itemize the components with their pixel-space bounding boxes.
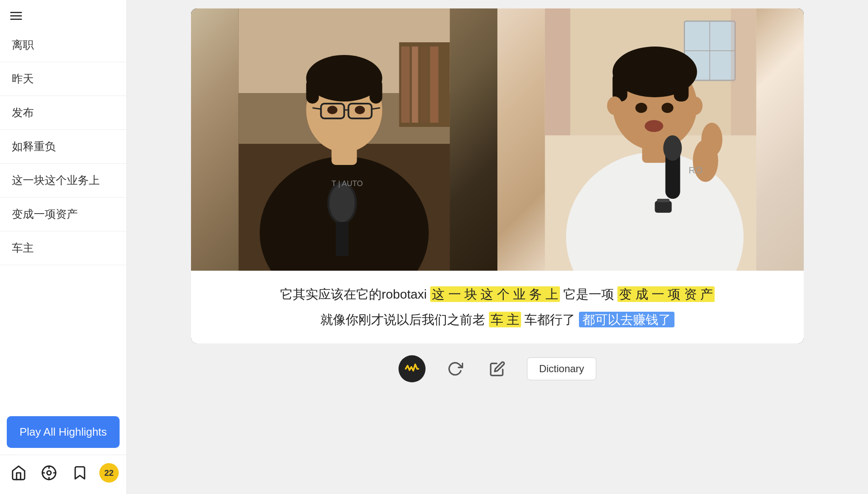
svg-text:T | AUTO: T | AUTO [332, 179, 363, 188]
home-nav-button[interactable] [8, 462, 30, 484]
svg-rect-19 [370, 78, 382, 104]
subtitle-line-1: 它其实应该在它的robotaxi 这 一 块 这 个 业 务 上 它是一项 变 … [280, 284, 715, 305]
svg-rect-54 [655, 201, 672, 213]
control-bar: Dictionary [135, 343, 860, 391]
svg-point-53 [663, 135, 682, 161]
svg-text:RO: RO [689, 165, 703, 176]
bookmark-nav-button[interactable] [69, 462, 91, 484]
svg-rect-12 [420, 47, 428, 123]
highlight-chezhu: 车 主 [489, 312, 521, 327]
svg-point-49 [645, 120, 663, 132]
svg-rect-44 [674, 72, 689, 102]
sidebar: 离职 昨天 发布 如释重负 这一块这个业务上 变成一项资产 车主 Play Al… [0, 0, 127, 494]
sidebar-item-chezhu[interactable]: 车主 [0, 231, 126, 265]
video-frame-right[interactable]: RO [497, 8, 804, 271]
video-placeholder-left: T | AUTO [191, 8, 497, 271]
sidebar-item-biancheng[interactable]: 变成一项资产 [0, 198, 126, 231]
svg-point-45 [607, 96, 622, 115]
sidebar-item-zheyikuai[interactable]: 这一块这个业务上 [0, 164, 126, 198]
svg-point-47 [636, 103, 647, 113]
sidebar-item-rushipzhongfu[interactable]: 如释重负 [0, 130, 126, 164]
svg-point-46 [688, 96, 703, 115]
sidebar-list: 离职 昨天 发布 如释重负 这一块这个业务上 变成一项资产 车主 [0, 28, 126, 409]
pencil-button[interactable] [485, 356, 510, 381]
person-left-svg: T | AUTO [191, 8, 497, 271]
sidebar-item-fabu[interactable]: 发布 [0, 96, 126, 130]
reload-icon [447, 361, 463, 377]
highlight-dukeyi: 都可以去赚钱了 [579, 312, 674, 327]
hamburger-icon [10, 12, 22, 20]
video-frames: T | AUTO [191, 8, 804, 271]
svg-rect-38 [731, 8, 756, 135]
svg-rect-18 [306, 78, 319, 104]
svg-point-1 [47, 471, 52, 475]
annotate-icon [41, 465, 57, 481]
svg-rect-11 [412, 47, 418, 123]
sidebar-item-zuotian[interactable]: 昨天 [0, 62, 126, 96]
annotate-nav-button[interactable] [38, 462, 60, 484]
svg-rect-10 [401, 47, 410, 123]
video-placeholder-right: RO [497, 8, 804, 271]
waveform-button[interactable] [399, 355, 426, 382]
subtitle-line-2: 就像你刚才说以后我们之前老 车 主 车都行了 都可以去赚钱了 [320, 310, 674, 330]
video-container: T | AUTO [191, 8, 804, 343]
svg-point-26 [355, 106, 365, 114]
svg-point-28 [330, 184, 355, 222]
svg-rect-13 [430, 47, 439, 123]
notification-badge[interactable]: 22 [99, 463, 119, 483]
home-icon [11, 465, 27, 481]
sidebar-item-lizhi[interactable]: 离职 [0, 28, 126, 62]
pencil-icon [489, 361, 505, 377]
bookmark-icon [72, 465, 88, 481]
dictionary-button[interactable]: Dictionary [527, 357, 597, 380]
svg-rect-37 [545, 8, 570, 135]
person-right-svg: RO [497, 8, 804, 271]
subtitle-area: 它其实应该在它的robotaxi 这 一 块 这 个 业 务 上 它是一项 变 … [191, 271, 804, 343]
svg-point-48 [662, 103, 674, 113]
svg-rect-55 [657, 199, 670, 202]
reload-button[interactable] [442, 356, 468, 381]
video-frame-left[interactable]: T | AUTO [191, 8, 497, 271]
waveform-icon [404, 361, 420, 376]
highlight-biancheng: 变 成 一 项 资 产 [617, 286, 715, 302]
svg-point-25 [328, 106, 338, 114]
svg-rect-29 [336, 222, 349, 256]
hamburger-menu[interactable] [0, 0, 126, 28]
play-all-button[interactable]: Play All Highlights [7, 416, 120, 448]
svg-point-51 [701, 123, 723, 156]
highlight-zheyikuai: 这 一 块 这 个 业 务 上 [430, 286, 560, 302]
main-content: T | AUTO [127, 0, 868, 494]
bottom-nav: 22 [0, 455, 126, 494]
